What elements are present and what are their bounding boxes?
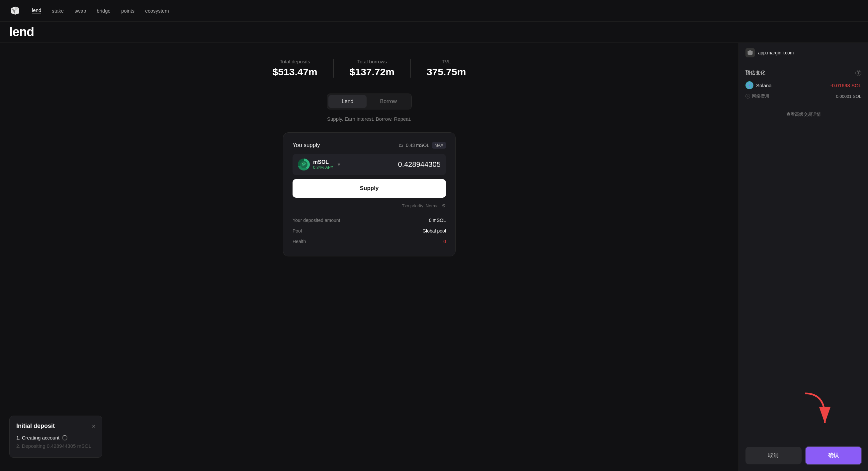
- main-layout: Total deposits $513.47m Total borrows $1…: [0, 43, 868, 471]
- estimated-change-title: 预估变化 ⓘ: [745, 70, 861, 76]
- center-content: Total deposits $513.47m Total borrows $1…: [0, 43, 739, 471]
- panel-actions: 取消 确认: [739, 440, 868, 471]
- token-apy: 0.34% APY: [313, 165, 333, 170]
- nav-swap[interactable]: swap: [74, 8, 86, 13]
- toast-close-button[interactable]: ×: [92, 423, 95, 429]
- supply-button[interactable]: Supply: [292, 179, 446, 198]
- solana-label: Solana: [756, 82, 772, 88]
- tvl-label: TVL: [427, 59, 466, 64]
- deposited-amount-value: 0 mSOL: [429, 217, 446, 223]
- nav-lend[interactable]: lend: [32, 7, 41, 14]
- nav-bridge[interactable]: bridge: [97, 8, 111, 13]
- max-button[interactable]: MAX: [432, 142, 446, 148]
- deposited-amount-label: Your deposited amount: [292, 217, 340, 223]
- wallet-icon: 🗂: [399, 143, 403, 148]
- token-info: mSOL 0.34% APY: [313, 159, 333, 170]
- health-label: Health: [292, 239, 306, 244]
- logo: [9, 5, 21, 16]
- page-title-bar: lend: [0, 22, 868, 43]
- txn-priority: Txn priority: Normal ⚙: [292, 203, 446, 208]
- total-borrows-value: $137.72m: [350, 66, 395, 78]
- svg-point-1: [747, 83, 751, 87]
- right-panel: app.marginfi.com 预估变化 ⓘ: [739, 43, 868, 471]
- site-domain: app.marginfi.com: [758, 50, 794, 56]
- panel-spacer: [739, 123, 868, 440]
- supply-header: You supply 🗂 0.43 mSOL MAX: [292, 142, 446, 148]
- subtitle: Supply. Earn interest. Borrow. Repeat.: [327, 116, 411, 122]
- step2-label: 2. Depositing 0.428944305 mSOL: [16, 443, 91, 449]
- estimated-change-section: 预估变化 ⓘ: [739, 63, 868, 106]
- solana-change-amount: -0.01698 SOL: [831, 82, 861, 88]
- token-name: mSOL: [313, 159, 333, 165]
- toast-step-2: 2. Depositing 0.428944305 mSOL: [16, 443, 95, 449]
- page-title: lend: [9, 25, 859, 39]
- toast-header: Initial deposit ×: [16, 423, 95, 430]
- stat-total-deposits: Total deposits $513.47m: [257, 59, 334, 78]
- confirm-button[interactable]: 确认: [806, 447, 862, 464]
- site-icon: [745, 48, 755, 57]
- fee-info-icon: ○: [745, 94, 750, 99]
- supply-title: You supply: [292, 142, 320, 148]
- borrow-toggle-btn[interactable]: Borrow: [367, 95, 410, 108]
- health-value: 0: [443, 239, 446, 244]
- token-amount: 0.428944305: [398, 160, 441, 169]
- stat-total-borrows: Total borrows $137.72m: [334, 59, 411, 78]
- stats-row: Total deposits $513.47m Total borrows $1…: [257, 59, 482, 78]
- total-borrows-label: Total borrows: [350, 59, 395, 64]
- solana-icon: [745, 81, 753, 89]
- details-table: Your deposited amount 0 mSOL Pool Global…: [292, 215, 446, 247]
- pool-value: Global pool: [423, 228, 446, 234]
- stat-tvl: TVL 375.75m: [411, 59, 482, 78]
- change-token: Solana: [745, 81, 772, 89]
- network-fee-value: 0.00001 SOL: [836, 94, 861, 99]
- info-icon[interactable]: ⓘ: [856, 70, 861, 76]
- token-row: mSOL 0.34% APY ▼ 0.428944305: [292, 154, 446, 175]
- supply-card: You supply 🗂 0.43 mSOL MAX: [283, 132, 456, 257]
- toast-title: Initial deposit: [16, 423, 55, 430]
- balance-value: 0.43 mSOL: [406, 143, 429, 148]
- total-deposits-label: Total deposits: [273, 59, 317, 64]
- total-deposits-value: $513.47m: [273, 66, 317, 78]
- msol-icon: [298, 159, 310, 170]
- chevron-down-icon: ▼: [337, 162, 341, 167]
- pool-row: Pool Global pool: [292, 226, 446, 236]
- fee-label: ○ 网络费用: [745, 93, 769, 99]
- nav-ecosystem[interactable]: ecosystem: [145, 8, 169, 13]
- nav-stake[interactable]: stake: [52, 8, 64, 13]
- health-row: Health 0: [292, 236, 446, 247]
- loading-spinner: [62, 435, 67, 440]
- toast-step-1: 1. Creating account: [16, 435, 95, 440]
- navbar: lend stake swap bridge points ecosystem: [0, 0, 868, 22]
- view-details-link[interactable]: 查看高级交易详情: [739, 106, 868, 123]
- initial-deposit-toast: Initial deposit × 1. Creating account 2.…: [9, 415, 102, 458]
- lend-toggle-btn[interactable]: Lend: [329, 95, 367, 108]
- balance-info: 🗂 0.43 mSOL MAX: [399, 142, 446, 148]
- gear-icon[interactable]: ⚙: [442, 203, 446, 208]
- step1-label: 1. Creating account: [16, 435, 59, 440]
- pool-label: Pool: [292, 228, 302, 234]
- solana-change-row: Solana -0.01698 SOL: [745, 81, 861, 89]
- right-panel-header: app.marginfi.com: [739, 43, 868, 63]
- txn-priority-label: Txn priority: Normal: [402, 203, 440, 208]
- fee-row: ○ 网络费用 0.00001 SOL: [745, 93, 861, 99]
- cancel-button[interactable]: 取消: [745, 447, 802, 464]
- lend-borrow-toggle: Lend Borrow: [327, 94, 412, 109]
- network-fee-label: 网络费用: [752, 93, 769, 99]
- token-selector[interactable]: mSOL 0.34% APY ▼: [298, 159, 341, 170]
- nav-points[interactable]: points: [121, 8, 134, 13]
- tvl-value: 375.75m: [427, 66, 466, 78]
- deposited-amount-row: Your deposited amount 0 mSOL: [292, 215, 446, 226]
